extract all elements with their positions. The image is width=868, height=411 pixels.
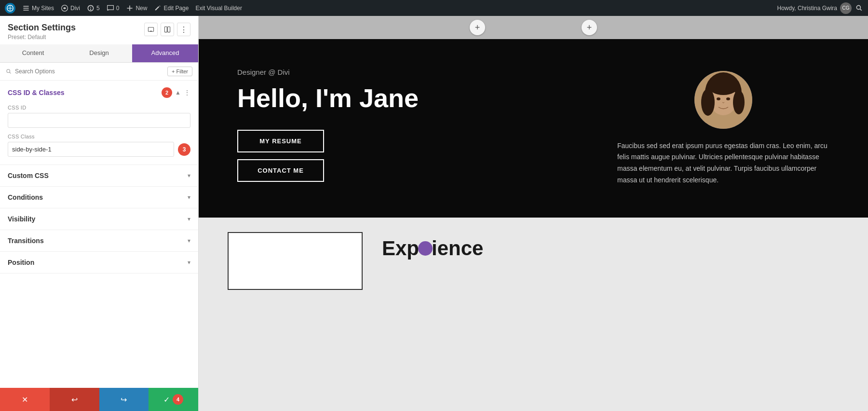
custom-css-section: Custom CSS ▾ xyxy=(0,165,198,187)
edit-page-menu[interactable]: Edit Page xyxy=(154,4,189,12)
visibility-title: Visibility xyxy=(8,215,188,223)
admin-bar: My Sites Divi 5 0 New Edit Page Exit Vis… xyxy=(0,0,868,16)
new-menu[interactable]: New xyxy=(126,4,147,12)
canvas-add-row-top: + + xyxy=(199,16,868,39)
conditions-section: Conditions ▾ xyxy=(0,187,198,208)
howdy-user[interactable]: Howdy, Christina Gwira CG xyxy=(777,2,852,14)
position-chevron-icon: ▾ xyxy=(188,259,190,266)
hero-right-col: Faucibus sed sed erat ipsum purus egesta… xyxy=(617,71,829,186)
panel-title: Section Settings xyxy=(8,23,76,33)
svg-point-2 xyxy=(856,5,860,9)
conditions-title: Conditions xyxy=(8,193,188,201)
hero-description: Faucibus sed sed erat ipsum purus egesta… xyxy=(617,140,829,186)
css-fields: CSS ID CSS Class 3 xyxy=(0,105,198,164)
updates-menu[interactable]: 5 xyxy=(87,4,100,12)
position-title: Position xyxy=(8,259,188,266)
svg-rect-5 xyxy=(164,27,167,32)
tab-design[interactable]: Design xyxy=(66,44,132,62)
svg-point-11 xyxy=(701,89,715,116)
css-id-label: CSS ID xyxy=(8,105,190,110)
conditions-header[interactable]: Conditions ▾ xyxy=(0,187,198,208)
hero-avatar xyxy=(694,71,752,129)
transitions-section: Transitions ▾ xyxy=(0,230,198,252)
save-badge: 4 xyxy=(173,394,183,405)
gray-section: Expience xyxy=(199,218,868,411)
save-button[interactable]: ✓ 4 xyxy=(149,388,198,411)
cancel-button[interactable]: ✕ xyxy=(0,388,50,411)
svg-rect-4 xyxy=(150,31,152,31)
visibility-chevron-icon: ▾ xyxy=(188,216,190,222)
filter-button[interactable]: + Filter xyxy=(167,67,192,76)
position-section: Position ▾ xyxy=(0,252,198,274)
custom-css-header[interactable]: Custom CSS ▾ xyxy=(0,165,198,186)
panel-more-options[interactable]: ⋮ xyxy=(177,23,190,36)
svg-point-7 xyxy=(7,69,10,72)
custom-css-chevron-icon: ▾ xyxy=(188,172,190,179)
hero-title: Hello, I'm Jane xyxy=(237,84,588,112)
avatar-image xyxy=(694,71,752,129)
search-icon xyxy=(6,68,12,75)
conditions-chevron-icon: ▾ xyxy=(188,194,190,201)
transitions-title: Transitions xyxy=(8,237,188,245)
hero-subtitle: Designer @ Divi xyxy=(237,68,588,76)
custom-css-title: Custom CSS xyxy=(8,172,188,179)
css-id-classes-section: CSS ID & Classes 2 ▲ ⋮ CSS ID CSS Class xyxy=(0,81,198,165)
css-id-input[interactable] xyxy=(8,113,190,128)
css-class-row: 3 xyxy=(8,142,190,157)
panel-preset: Preset: Default xyxy=(8,34,76,41)
transitions-chevron-icon: ▾ xyxy=(188,237,190,244)
css-class-input[interactable] xyxy=(8,142,174,157)
css-section-badge: 2 xyxy=(162,87,172,98)
step-3-badge: 3 xyxy=(178,143,190,156)
user-avatar: CG xyxy=(840,2,852,14)
svg-point-12 xyxy=(733,90,745,114)
search-bar: + Filter xyxy=(0,63,198,81)
css-dots-icon[interactable]: ⋮ xyxy=(184,89,190,96)
undo-button[interactable]: ↩ xyxy=(50,388,99,411)
panel-body: CSS ID & Classes 2 ▲ ⋮ CSS ID CSS Class xyxy=(0,81,198,388)
divi-menu[interactable]: Divi xyxy=(61,4,80,12)
main-area: Section Settings Preset: Default ⋮ Conte… xyxy=(0,16,868,411)
experience-dot xyxy=(418,241,433,256)
transitions-header[interactable]: Transitions ▾ xyxy=(0,230,198,251)
experience-title: Expience xyxy=(382,237,483,260)
css-id-classes-title: CSS ID & Classes xyxy=(8,89,162,96)
position-header[interactable]: Position ▾ xyxy=(0,252,198,273)
visibility-header[interactable]: Visibility ▾ xyxy=(0,208,198,230)
contact-me-button[interactable]: CONTACT ME xyxy=(237,159,324,182)
resume-card xyxy=(228,232,363,290)
tab-advanced[interactable]: Advanced xyxy=(132,44,198,62)
svg-point-13 xyxy=(708,76,739,95)
visibility-section: Visibility ▾ xyxy=(0,208,198,230)
add-section-right[interactable]: + xyxy=(582,20,597,35)
my-sites-menu[interactable]: My Sites xyxy=(22,4,54,12)
svg-point-15 xyxy=(726,97,730,100)
tab-content[interactable]: Content xyxy=(0,44,66,62)
hero-section: Designer @ Divi Hello, I'm Jane MY RESUM… xyxy=(199,39,868,218)
panel-tabs: Content Design Advanced xyxy=(0,44,198,63)
my-resume-button[interactable]: MY RESUME xyxy=(237,130,324,152)
left-panel: Section Settings Preset: Default ⋮ Conte… xyxy=(0,16,199,411)
bottom-action-bar: ✕ ↩ ↪ ✓ 4 xyxy=(0,388,198,411)
comments-menu[interactable]: 0 xyxy=(107,4,120,12)
columns-icon[interactable] xyxy=(161,23,174,36)
svg-point-14 xyxy=(717,97,720,100)
panel-header: Section Settings Preset: Default ⋮ xyxy=(0,16,198,44)
canvas-area: + + Designer @ Divi Hello, I'm Jane MY R… xyxy=(199,16,868,411)
css-id-classes-header[interactable]: CSS ID & Classes 2 ▲ ⋮ xyxy=(0,81,198,105)
hero-left-col: Designer @ Divi Hello, I'm Jane MY RESUM… xyxy=(237,68,588,189)
wordpress-icon[interactable] xyxy=(5,3,15,14)
css-class-label: CSS Class xyxy=(8,134,190,139)
svg-rect-6 xyxy=(168,27,170,32)
search-bar-icon[interactable] xyxy=(855,4,863,12)
redo-button[interactable]: ↪ xyxy=(99,388,149,411)
responsive-icon[interactable] xyxy=(144,23,158,36)
search-options-input[interactable] xyxy=(15,68,164,75)
add-section-left[interactable]: + xyxy=(470,20,485,35)
exit-builder-btn[interactable]: Exit Visual Builder xyxy=(195,5,242,12)
css-chevron-up-icon: ▲ xyxy=(175,89,181,96)
